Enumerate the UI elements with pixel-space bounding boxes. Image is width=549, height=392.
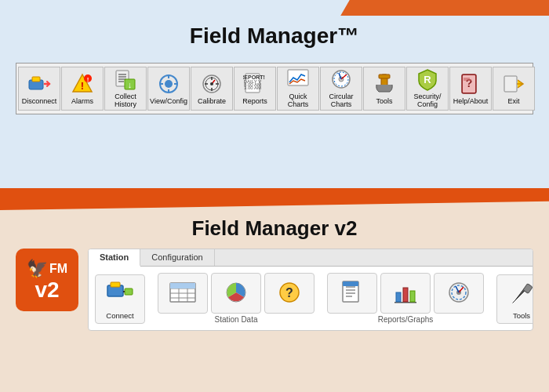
view-config-button[interactable]: View/Config xyxy=(147,67,190,111)
station-data-group: ? Station Data xyxy=(158,273,314,324)
svg-text:3.00 AM: 3.00 AM xyxy=(244,85,261,90)
v2-logo: 🦅 FM v2 xyxy=(16,249,78,311)
svg-text:?: ? xyxy=(285,286,293,299)
logo-fm-text: FM xyxy=(49,262,67,276)
top-section: Field Manager™ Disconnect ! xyxy=(0,0,549,188)
svg-rect-49 xyxy=(111,282,120,287)
svg-text:R: R xyxy=(424,74,431,85)
tab-configuration[interactable]: Configuration xyxy=(140,249,214,266)
svg-point-14 xyxy=(165,80,173,88)
connect-group: Connect xyxy=(95,274,145,324)
wrench-icon xyxy=(506,280,533,308)
alarms-icon: ! ! xyxy=(70,71,95,96)
reports-doc-button[interactable] xyxy=(327,273,377,314)
svg-point-26 xyxy=(210,82,213,85)
bottom-section: Field Manager v2 🦅 FM v2 Station Configu… xyxy=(0,188,549,392)
view-config-label: View/Config xyxy=(150,98,187,106)
circular-charts-label: Circular Charts xyxy=(323,93,359,109)
security-config-button[interactable]: R Security/ Config xyxy=(406,67,449,111)
calibrate-button[interactable]: Calibrate xyxy=(191,67,233,111)
calibrate-icon xyxy=(199,71,224,96)
help-about-icon: ? xyxy=(458,71,483,96)
reports-button[interactable]: REPORT! DAILY V 8.00 AM 3.00 AM Reports xyxy=(234,67,276,111)
collect-history-button[interactable]: ↓ Collect History xyxy=(104,67,147,111)
calibrate-label: Calibrate xyxy=(198,98,226,106)
svg-rect-46 xyxy=(504,76,517,92)
connect-label: Connect xyxy=(106,311,133,320)
main-toolbar: Disconnect ! ! Alarms xyxy=(16,63,533,114)
help-about-button[interactable]: ? Help/About xyxy=(449,67,492,111)
circle-chart-icon xyxy=(443,278,474,307)
tools-v2-button[interactable]: Tools xyxy=(496,274,533,324)
station-data-info-button[interactable]: ? xyxy=(264,273,314,314)
exit-icon xyxy=(501,71,526,96)
circular-charts-icon xyxy=(329,68,354,92)
disconnect-icon xyxy=(27,71,52,96)
svg-rect-77 xyxy=(523,284,533,294)
logo-bird-icon: 🦅 xyxy=(27,259,48,279)
alarms-button[interactable]: ! ! Alarms xyxy=(61,67,104,111)
pie-icon xyxy=(220,278,252,307)
tab-station[interactable]: Station xyxy=(89,249,140,267)
question-icon: ? xyxy=(274,278,305,307)
tools-button[interactable]: Tools xyxy=(363,67,405,111)
exit-label: Exit xyxy=(507,98,519,106)
tab-bar: Station Configuration xyxy=(89,249,533,267)
bar-chart-icon xyxy=(390,278,421,307)
circular-charts-button[interactable]: Circular Charts xyxy=(320,67,362,111)
svg-rect-1 xyxy=(32,77,40,82)
collect-history-label: Collect History xyxy=(107,93,144,109)
connect-button[interactable]: Connect xyxy=(95,274,145,324)
quick-charts-button[interactable]: Quick Charts xyxy=(277,67,319,111)
reports-bar-button[interactable] xyxy=(380,273,431,314)
help-about-label: Help/About xyxy=(453,98,489,106)
station-data-table-button[interactable] xyxy=(158,273,208,314)
disconnect-button[interactable]: Disconnect xyxy=(18,67,60,111)
disconnect-label: Disconnect xyxy=(22,98,57,106)
reports-icon: REPORT! DAILY V 8.00 AM 3.00 AM xyxy=(242,71,267,96)
svg-rect-70 xyxy=(403,288,408,302)
reports-circle-button[interactable] xyxy=(434,273,484,314)
tools-v2-group: Tools xyxy=(496,274,533,324)
security-config-icon: R xyxy=(415,68,440,92)
tools-label: Tools xyxy=(376,98,392,106)
tab-content: Connect xyxy=(89,267,533,330)
svg-text:!: ! xyxy=(87,76,89,83)
alarms-label: Alarms xyxy=(71,98,93,106)
logo-top: 🦅 FM xyxy=(27,259,67,279)
exit-button[interactable]: Exit xyxy=(493,67,535,111)
report-doc-icon xyxy=(336,278,368,307)
security-config-label: Security/ Config xyxy=(409,93,445,109)
reports-graphs-label: Reports/Graphs xyxy=(378,315,434,324)
svg-rect-39 xyxy=(379,74,390,78)
top-decorative-stripe xyxy=(340,0,549,16)
reports-label: Reports xyxy=(242,98,267,106)
reports-graphs-group: Reports/Graphs xyxy=(327,273,484,324)
tab-panel: Station Configuration xyxy=(88,249,533,331)
collect-history-icon: ↓ xyxy=(113,68,138,92)
svg-rect-58 xyxy=(170,283,195,289)
logo-v2-text: v2 xyxy=(35,279,59,301)
v2-panel: 🦅 FM v2 Station Configuration xyxy=(16,249,533,331)
tools-icon xyxy=(372,71,397,96)
tools-v2-label: Tools xyxy=(513,311,530,320)
view-config-icon xyxy=(156,71,181,96)
table-icon xyxy=(167,278,198,307)
svg-text:!: ! xyxy=(81,80,84,92)
svg-rect-67 xyxy=(343,281,358,286)
svg-text:↓: ↓ xyxy=(128,80,133,89)
connect-icon xyxy=(104,280,136,308)
quick-charts-label: Quick Charts xyxy=(280,93,316,109)
svg-rect-69 xyxy=(396,292,401,302)
station-data-pie-button[interactable] xyxy=(211,273,261,314)
station-data-label: Station Data xyxy=(214,315,257,324)
quick-charts-icon xyxy=(285,68,311,92)
svg-rect-50 xyxy=(125,289,133,295)
svg-rect-71 xyxy=(410,291,415,302)
